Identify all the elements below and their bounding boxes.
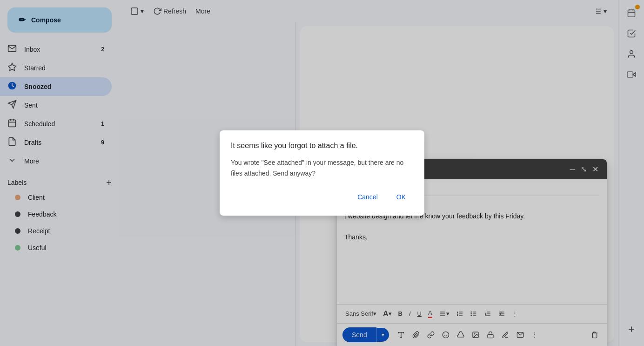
- dialog-body: You wrote "See attached" in your message…: [231, 157, 413, 178]
- dialog-actions: Cancel OK: [231, 190, 413, 204]
- dialog-ok-button[interactable]: OK: [389, 190, 413, 204]
- dialog-title: It seems like you forgot to attach a fil…: [231, 142, 413, 150]
- forgot-attachment-dialog: It seems like you forgot to attach a fil…: [220, 130, 424, 216]
- dialog-overlay: It seems like you forgot to attach a fil…: [0, 0, 644, 346]
- dialog-cancel-button[interactable]: Cancel: [350, 190, 385, 204]
